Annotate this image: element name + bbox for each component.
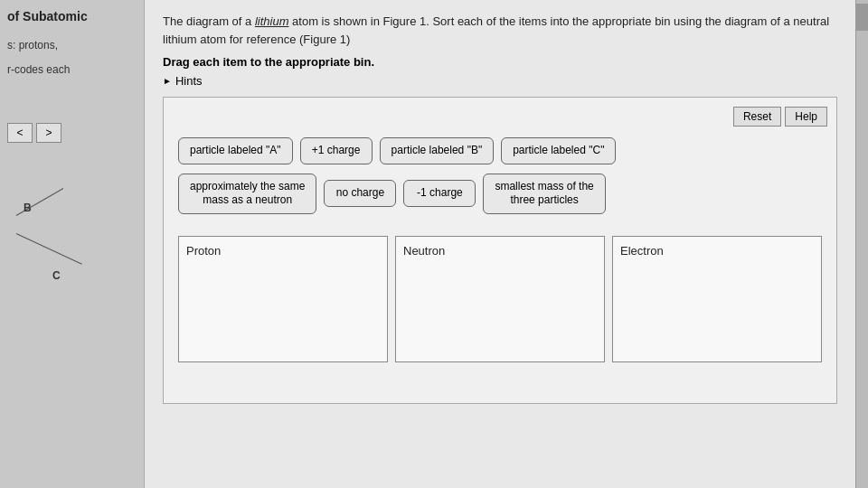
electron-bin-label: Electron xyxy=(620,244,814,258)
items-row-2: approximately the samemass as a neutron … xyxy=(178,174,822,214)
drag-item-particle-c[interactable]: particle labeled "C" xyxy=(501,137,616,164)
bins-area: Proton Neutron Electron xyxy=(178,236,822,362)
items-row-1: particle labeled "A" +1 charge particle … xyxy=(178,137,822,164)
proton-bin-label: Proton xyxy=(186,244,380,258)
hints-label: Hints xyxy=(175,74,203,88)
drag-item-no-charge[interactable]: no charge xyxy=(324,180,396,207)
scrollbar[interactable] xyxy=(855,0,868,488)
neutron-bin-label: Neutron xyxy=(403,244,597,258)
lithium-italic: lithium xyxy=(255,14,289,28)
main-content: The diagram of a lithium atom is shown i… xyxy=(145,0,855,488)
hints-arrow-icon: ► xyxy=(163,76,172,86)
drag-item-same-mass[interactable]: approximately the samemass as a neutron xyxy=(178,174,316,214)
activity-box: Reset Help particle labeled "A" +1 charg… xyxy=(163,97,837,404)
electron-bin[interactable]: Electron xyxy=(612,236,822,362)
help-button[interactable]: Help xyxy=(785,107,827,127)
sidebar: of Subatomic s: protons, r-codes each < … xyxy=(0,0,145,488)
figure-link: (Figure 1) xyxy=(299,33,350,46)
diagram-label-c: C xyxy=(52,269,61,282)
drag-item-charge-plus1[interactable]: +1 charge xyxy=(300,137,373,164)
proton-bin[interactable]: Proton xyxy=(178,236,388,362)
reset-button[interactable]: Reset xyxy=(733,107,781,127)
hints-link[interactable]: ► Hints xyxy=(163,74,837,88)
nav-back-button[interactable]: < xyxy=(7,123,33,143)
diagram-line-c xyxy=(16,233,82,265)
top-buttons: Reset Help xyxy=(733,107,827,127)
drag-item-smallest-mass[interactable]: smallest mass of thethree particles xyxy=(483,174,605,214)
sidebar-nav: < > xyxy=(7,123,137,143)
diagram-area: B C xyxy=(7,161,125,305)
scrollbar-thumb[interactable] xyxy=(856,4,868,31)
drag-item-particle-b[interactable]: particle labeled "B" xyxy=(380,137,495,164)
drag-item-charge-minus1[interactable]: -1 charge xyxy=(403,180,476,207)
items-area: particle labeled "A" +1 charge particle … xyxy=(178,137,822,214)
sidebar-text1: s: protons, xyxy=(7,38,137,53)
nav-forward-button[interactable]: > xyxy=(36,123,61,143)
drag-item-particle-a[interactable]: particle labeled "A" xyxy=(178,137,293,164)
sidebar-title: of Subatomic xyxy=(7,9,137,29)
diagram-label-b: B xyxy=(24,202,32,214)
neutron-bin[interactable]: Neutron xyxy=(395,236,605,362)
sidebar-text2: r-codes each xyxy=(7,62,137,78)
instructions-text: The diagram of a lithium atom is shown i… xyxy=(163,13,837,48)
drag-instruction: Drag each item to the appropriate bin. xyxy=(163,55,837,69)
